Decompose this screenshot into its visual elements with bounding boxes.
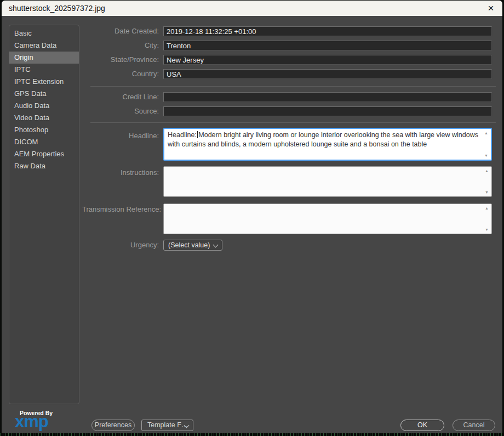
ok-button[interactable]: OK xyxy=(400,420,444,431)
urgency-label: Urgency: xyxy=(82,240,159,250)
instructions-textarea[interactable]: ▲ ▼ xyxy=(163,166,492,197)
date-created-label: Date Created: xyxy=(82,26,159,36)
country-label: Country: xyxy=(82,69,159,79)
state-province-field[interactable] xyxy=(163,55,492,65)
sidebar-item-origin[interactable]: Origin xyxy=(9,52,79,64)
section-divider xyxy=(90,86,496,87)
sidebar-item-iptc-extension[interactable]: IPTC Extension xyxy=(9,76,79,88)
chevron-down-icon xyxy=(213,242,219,248)
sidebar-item-raw-data[interactable]: Raw Data xyxy=(9,160,79,172)
desktop-background-sliver xyxy=(0,433,504,436)
xmp-logo: xmp xyxy=(15,413,48,430)
scroll-up-icon[interactable]: ▲ xyxy=(484,131,488,135)
close-button[interactable]: × xyxy=(484,1,498,15)
sidebar-item-video-data[interactable]: Video Data xyxy=(9,112,79,124)
template-folder-select[interactable]: Template F… xyxy=(141,420,193,431)
transmission-reference-textarea[interactable]: ▲ ▼ xyxy=(163,203,492,234)
text-caret xyxy=(197,131,198,138)
date-created-field[interactable] xyxy=(163,26,492,36)
title-bar[interactable]: shutterstock_202597372.jpg × xyxy=(2,1,502,16)
source-label: Source: xyxy=(82,106,159,116)
sidebar-item-camera-data[interactable]: Camera Data xyxy=(9,39,79,52)
section-divider xyxy=(90,122,496,123)
source-field[interactable] xyxy=(163,106,492,116)
metadata-category-sidebar: Basic Camera Data Origin IPTC IPTC Exten… xyxy=(9,25,79,404)
city-label: City: xyxy=(82,41,159,50)
credit-line-field[interactable] xyxy=(163,92,492,102)
sidebar-item-photoshop[interactable]: Photoshop xyxy=(9,124,79,136)
window-title: shutterstock_202597372.jpg xyxy=(9,1,105,16)
city-field[interactable] xyxy=(163,41,492,50)
sidebar-item-dicom[interactable]: DICOM xyxy=(9,136,79,148)
headline-label: Headline: xyxy=(82,131,159,141)
country-field[interactable] xyxy=(163,69,492,79)
cancel-button[interactable]: Cancel xyxy=(453,420,495,431)
sidebar-item-basic[interactable]: Basic xyxy=(9,27,79,39)
sidebar-item-gps-data[interactable]: GPS Data xyxy=(9,88,79,100)
close-icon: × xyxy=(488,2,494,14)
scroll-down-icon[interactable]: ▼ xyxy=(485,190,489,194)
scroll-down-icon[interactable]: ▼ xyxy=(485,228,489,231)
scroll-up-icon[interactable]: ▲ xyxy=(485,169,489,173)
state-province-label: State/Province: xyxy=(82,55,159,65)
sidebar-item-iptc[interactable]: IPTC xyxy=(9,64,79,76)
template-folder-label: Template F… xyxy=(147,421,188,429)
scroll-down-icon[interactable]: ▼ xyxy=(484,154,488,157)
headline-textarea[interactable]: Headline: Modern bright airy living room… xyxy=(163,128,492,161)
credit-line-label: Credit Line: xyxy=(82,92,159,102)
file-info-dialog-window: shutterstock_202597372.jpg × Basic Camer… xyxy=(0,0,504,436)
urgency-selected-value: (Select value) xyxy=(168,241,210,249)
sidebar-item-audio-data[interactable]: Audio Data xyxy=(9,100,79,112)
transmission-reference-label: Transmission Reference: xyxy=(82,205,159,214)
urgency-select[interactable]: (Select value) xyxy=(163,240,222,251)
sidebar-item-aem-properties[interactable]: AEM Properties xyxy=(9,148,79,160)
scroll-up-icon[interactable]: ▲ xyxy=(485,206,489,210)
instructions-label: Instructions: xyxy=(82,168,159,178)
headline-text: Headline: Modern bright airy living room… xyxy=(168,131,478,148)
preferences-button[interactable]: Preferences xyxy=(91,420,135,431)
